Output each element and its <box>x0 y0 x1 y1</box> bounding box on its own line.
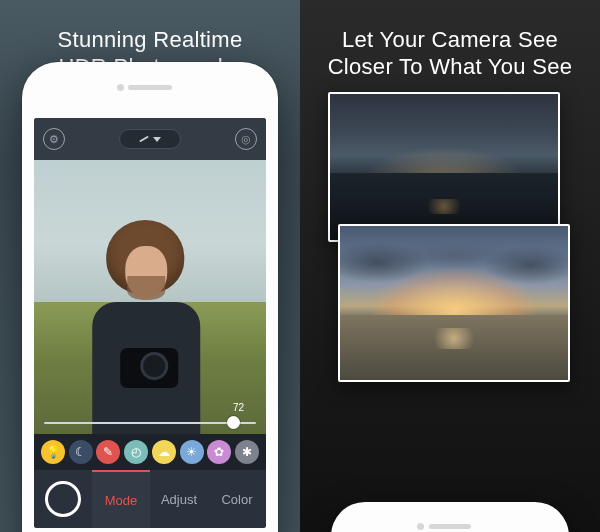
headline-line: Let Your Camera See <box>314 26 586 53</box>
sun-icon: ☀ <box>186 445 197 459</box>
preset-moon[interactable]: ☾ <box>69 440 93 464</box>
tab-color[interactable]: Color <box>208 470 266 528</box>
leaf-icon: ✿ <box>214 445 224 459</box>
preset-sun[interactable]: ☀ <box>180 440 204 464</box>
exposure-slider-row: 72 <box>34 402 266 434</box>
headline-line: Closer To What You See <box>314 53 586 80</box>
brush-dropdown[interactable] <box>119 129 181 149</box>
right-panel: Let Your Camera See Closer To What You S… <box>300 0 600 532</box>
bulb-icon: 💡 <box>46 445 61 459</box>
shutter-ring-icon <box>45 481 81 517</box>
slider-knob[interactable] <box>227 416 240 429</box>
tab-label: Color <box>221 492 252 507</box>
app-topbar: ⚙ ◎ <box>34 118 266 160</box>
clock-icon: ◴ <box>131 445 141 459</box>
photo-after <box>338 224 570 382</box>
tab-label: Adjust <box>161 492 197 507</box>
preset-cloud[interactable]: ☁ <box>152 440 176 464</box>
phone-speaker <box>429 524 471 529</box>
brush-icon <box>139 136 149 143</box>
preset-aperture[interactable]: ✱ <box>235 440 259 464</box>
tab-label: Mode <box>105 493 138 508</box>
exposure-slider[interactable] <box>44 422 256 424</box>
comparison-stack <box>328 92 572 472</box>
left-panel: Stunning Realtime HDR Photography ⚙ ◎ <box>0 0 300 532</box>
phone-front-camera <box>417 523 424 530</box>
photo-before <box>328 92 560 242</box>
headline-line: Stunning Realtime <box>14 26 286 53</box>
slider-value: 72 <box>233 402 244 413</box>
phone-front-camera <box>117 84 124 91</box>
right-headline: Let Your Camera See Closer To What You S… <box>300 0 600 92</box>
cloud-icon: ☁ <box>158 445 170 459</box>
promo-stage: Stunning Realtime HDR Photography ⚙ ◎ <box>0 0 600 532</box>
aperture-icon: ✱ <box>242 445 252 459</box>
preset-clock[interactable]: ◴ <box>124 440 148 464</box>
phone-mockup-secondary <box>331 502 569 532</box>
preset-bulb[interactable]: 💡 <box>41 440 65 464</box>
tab-mode[interactable]: Mode <box>92 470 150 528</box>
settings-button[interactable]: ⚙ <box>43 128 65 150</box>
camera-viewfinder[interactable] <box>34 160 266 434</box>
phone-mockup: ⚙ ◎ <box>22 62 278 532</box>
shutter-button[interactable] <box>34 470 92 528</box>
app-screen: ⚙ ◎ <box>34 118 266 528</box>
lens-icon: ◎ <box>241 133 251 146</box>
bottom-tabs: Mode Adjust Color <box>34 470 266 528</box>
moon-icon: ☾ <box>75 445 86 459</box>
preset-brush[interactable]: ✎ <box>96 440 120 464</box>
preset-dots-row: 💡 ☾ ✎ ◴ ☁ ☀ ✿ ✱ <box>34 434 266 470</box>
lens-toggle-button[interactable]: ◎ <box>235 128 257 150</box>
phone-speaker <box>128 85 172 90</box>
gear-icon: ⚙ <box>49 133 59 146</box>
tab-adjust[interactable]: Adjust <box>150 470 208 528</box>
brush-icon: ✎ <box>103 445 113 459</box>
preset-leaf[interactable]: ✿ <box>207 440 231 464</box>
chevron-down-icon <box>153 137 161 142</box>
